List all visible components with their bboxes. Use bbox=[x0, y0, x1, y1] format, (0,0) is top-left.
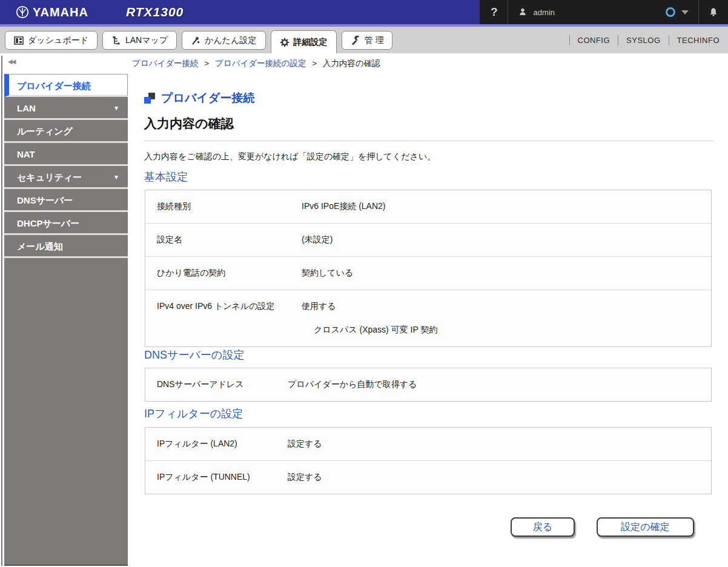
action-button-row: 戻る 設定の確定 bbox=[511, 517, 694, 537]
section-title-ip-filter: IPフィルターの設定 bbox=[144, 406, 243, 421]
tab-label: ダッシュボード bbox=[28, 35, 88, 46]
notification-bell-icon[interactable] bbox=[709, 7, 718, 17]
sidebar-item-label: NAT bbox=[17, 149, 35, 159]
row-value: 使用する クロスパス (Xpass) 可変 IP 契約 bbox=[302, 301, 711, 336]
sidebar-item-routing[interactable]: ルーティング bbox=[4, 120, 128, 143]
sidebar-item-provider-connection[interactable]: プロバイダー接続 bbox=[4, 74, 128, 97]
row-value: 設定する bbox=[288, 439, 711, 449]
sidebar-item-dhcp-server[interactable]: DHCPサーバー bbox=[4, 212, 128, 235]
model-name: RTX1300 bbox=[126, 5, 184, 19]
left-frame-line bbox=[1, 56, 2, 566]
sidebar-collapse-icon[interactable]: ◀◀ bbox=[8, 58, 15, 65]
page-title-row: プロバイダー接続 bbox=[144, 90, 254, 106]
row-value: 設定する bbox=[288, 472, 711, 483]
tab-label: 管 理 bbox=[365, 35, 384, 46]
row-label: 接続種別 bbox=[145, 201, 302, 212]
table-row: ひかり電話の契約 契約している bbox=[145, 257, 711, 290]
wrench-icon bbox=[351, 36, 360, 45]
sidebar-item-dns-server[interactable]: DNSサーバー bbox=[4, 189, 128, 212]
sidebar-item-label: プロバイダー接続 bbox=[17, 81, 91, 91]
row-value: 契約している bbox=[302, 268, 711, 279]
tab-management[interactable]: 管 理 bbox=[342, 31, 393, 50]
help-icon[interactable]: ? bbox=[491, 5, 498, 19]
row-label: 設定名 bbox=[145, 234, 302, 245]
sidebar-item-security[interactable]: セキュリティー ▼ bbox=[4, 166, 128, 189]
instruction-text: 入力内容をご確認の上、変更がなければ「設定の確定」を押してください。 bbox=[144, 151, 435, 162]
row-label: IPフィルター (TUNNEL) bbox=[145, 472, 288, 483]
row-value-line2: クロスパス (Xpass) 可変 IP 契約 bbox=[302, 325, 711, 336]
row-value: (未設定) bbox=[302, 234, 711, 245]
sidebar-item-label: LAN bbox=[17, 103, 36, 113]
table-row: DNSサーバーアドレス プロバイダーから自動で取得する bbox=[145, 368, 711, 401]
basic-settings-table: 接続種別 IPv6 IPoE接続 (LAN2) 設定名 (未設定) ひかり電話の… bbox=[145, 190, 712, 347]
page-squares-icon bbox=[144, 93, 155, 104]
confirm-settings-button[interactable]: 設定の確定 bbox=[597, 517, 694, 537]
chevron-down-icon[interactable] bbox=[681, 10, 689, 15]
tab-lan-map[interactable]: LANマップ bbox=[102, 31, 177, 50]
wand-icon bbox=[191, 36, 200, 45]
submenu-caret-icon: ▼ bbox=[113, 166, 119, 189]
main-content: プロバイダー接続 入力内容の確認 入力内容をご確認の上、変更がなければ「設定の確… bbox=[144, 56, 713, 567]
heading-rule bbox=[144, 141, 713, 141]
header-brand-area: YAMAHA RTX1300 bbox=[0, 0, 480, 24]
toolbar-links: CONFIG SYSLOG TECHINFO bbox=[561, 27, 720, 53]
table-row: IPフィルター (TUNNEL) 設定する bbox=[145, 461, 711, 494]
row-label: IPフィルター (LAN2) bbox=[145, 439, 288, 449]
header-divider bbox=[508, 0, 508, 24]
tab-label: 詳細設定 bbox=[294, 37, 328, 48]
tab-label: かんたん設定 bbox=[205, 35, 256, 46]
header-user-area: ? admin bbox=[480, 0, 728, 24]
router-admin-screen: YAMAHA RTX1300 ? admin bbox=[0, 0, 728, 567]
ip-filter-table: IPフィルター (LAN2) 設定する IPフィルター (TUNNEL) 設定す… bbox=[145, 427, 712, 494]
yamaha-logo: YAMAHA bbox=[16, 5, 88, 19]
sidebar-item-mail-notification[interactable]: メール通知 bbox=[4, 235, 128, 258]
techinfo-link[interactable]: TECHINFO bbox=[677, 36, 720, 45]
lan-map-icon bbox=[111, 36, 121, 45]
row-value: プロバイダーから自動で取得する bbox=[288, 379, 711, 390]
tab-dashboard[interactable]: ダッシュボード bbox=[5, 31, 98, 50]
tab-label: LANマップ bbox=[125, 35, 168, 46]
link-separator bbox=[569, 35, 570, 45]
sidebar-item-label: ルーティング bbox=[17, 126, 73, 136]
gear-icon bbox=[280, 38, 290, 47]
sidebar-item-label: DHCPサーバー bbox=[17, 218, 79, 228]
main-toolbar: ダッシュボード LANマップ かんたん設定 詳細設定 bbox=[0, 27, 728, 53]
confirmation-heading: 入力内容の確認 bbox=[144, 115, 234, 132]
config-link[interactable]: CONFIG bbox=[578, 36, 611, 45]
table-row: IPフィルター (LAN2) 設定する bbox=[145, 428, 711, 461]
row-label: ひかり電話の契約 bbox=[145, 268, 302, 279]
tab-easy-setup[interactable]: かんたん設定 bbox=[182, 31, 265, 50]
section-title-basic: 基本設定 bbox=[144, 170, 188, 184]
sidebar-item-label: DNSサーバー bbox=[17, 195, 73, 205]
page-title: プロバイダー接続 bbox=[161, 90, 254, 106]
table-row: 接続種別 IPv6 IPoE接続 (LAN2) bbox=[145, 190, 711, 224]
table-row: 設定名 (未設定) bbox=[145, 224, 711, 257]
syslog-link[interactable]: SYSLOG bbox=[626, 36, 660, 45]
table-row: IPv4 over IPv6 トンネルの設定 使用する クロスパス (Xpass… bbox=[145, 290, 711, 346]
row-value-line1: 使用する bbox=[302, 301, 711, 312]
tab-advanced-settings[interactable]: 詳細設定 bbox=[271, 30, 337, 53]
sidebar-item-nat[interactable]: NAT bbox=[4, 143, 128, 166]
sidebar-item-label: セキュリティー bbox=[17, 172, 82, 182]
brand-name: YAMAHA bbox=[33, 5, 88, 19]
sidebar-item-lan[interactable]: LAN ▼ bbox=[4, 97, 128, 120]
submenu-caret-icon: ▼ bbox=[113, 97, 119, 120]
section-title-dns: DNSサーバーの設定 bbox=[144, 348, 244, 362]
header-divider bbox=[698, 0, 699, 24]
username-label: admin bbox=[534, 8, 555, 17]
row-label: IPv4 over IPv6 トンネルの設定 bbox=[145, 301, 302, 336]
yamaha-tuning-fork-icon bbox=[16, 5, 29, 19]
dashboard-icon bbox=[14, 36, 24, 45]
session-status-icon[interactable] bbox=[666, 7, 675, 17]
sidebar-nav: プロバイダー接続 LAN ▼ ルーティング NAT セキュリティー ▼ DNSサ… bbox=[4, 74, 128, 566]
link-separator bbox=[618, 35, 618, 45]
header-bar: YAMAHA RTX1300 ? admin bbox=[0, 0, 728, 24]
row-label: DNSサーバーアドレス bbox=[145, 379, 288, 390]
row-value: IPv6 IPoE接続 (LAN2) bbox=[302, 201, 711, 212]
back-button[interactable]: 戻る bbox=[511, 517, 575, 537]
link-separator bbox=[669, 35, 669, 45]
sidebar-item-label: メール通知 bbox=[17, 241, 63, 251]
user-icon bbox=[518, 7, 528, 17]
dns-settings-table: DNSサーバーアドレス プロバイダーから自動で取得する bbox=[145, 368, 712, 402]
